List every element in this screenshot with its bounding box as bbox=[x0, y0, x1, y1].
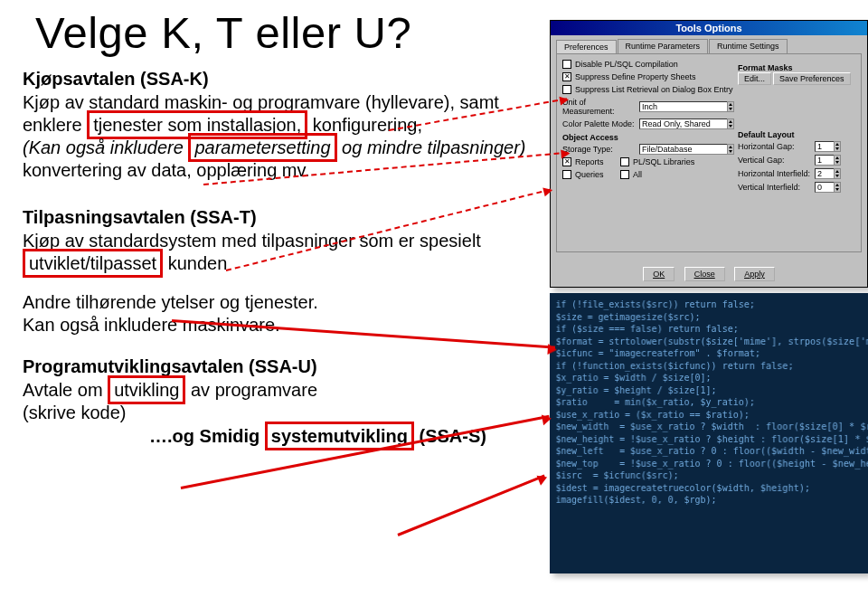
unit-label: Unit of Measurement: bbox=[562, 98, 639, 116]
text: (Kan også inkludere bbox=[23, 137, 188, 157]
code-line: $ratio = min($x_ratio, $y_ratio); bbox=[556, 396, 867, 409]
code-line: $y_ratio = $height / $size[1]; bbox=[556, 384, 867, 396]
code-line: $idest = imagecreatetruecolor($width, $h… bbox=[556, 481, 867, 494]
code-line: if ($size === false) return false; bbox=[556, 323, 867, 336]
edit-button[interactable]: Edit... bbox=[738, 72, 771, 85]
text: og mindre tilpasninger) bbox=[337, 137, 526, 157]
vgap-label: Vertical Gap: bbox=[738, 156, 815, 165]
code-line: imagefill($idest, 0, 0, $rgb); bbox=[556, 494, 867, 507]
hgap-field[interactable]: 1 bbox=[815, 141, 835, 152]
dialog-title-text: Tools Options bbox=[556, 23, 862, 33]
tools-options-dialog: Tools Options Preferences Runtime Parame… bbox=[550, 20, 868, 288]
spinner-icon[interactable] bbox=[727, 118, 734, 129]
ssa-k-block: Kjøpsavtalen (SSA-K) Kjøp av standard ma… bbox=[23, 69, 547, 182]
text: av programvare bbox=[185, 380, 317, 400]
text: Andre tilhørende ytelser og tjenester. bbox=[23, 291, 547, 314]
vif-field[interactable]: 0 bbox=[815, 182, 835, 193]
arrow-solid-3 bbox=[397, 475, 544, 536]
text: konfigurering, bbox=[307, 115, 422, 135]
code-panel: if (!file_exists($src)) return false; $s… bbox=[550, 293, 868, 573]
unit-field[interactable]: Inch bbox=[639, 101, 728, 112]
default-layout-title: Default Layout bbox=[738, 130, 855, 139]
storage-field[interactable]: File/Database bbox=[639, 144, 728, 155]
ssa-k-body: Kjøp av standard maskin- og programvare … bbox=[23, 91, 547, 182]
tab-preferences[interactable]: Preferences bbox=[556, 40, 617, 54]
code-line: if (!file_exists($src)) return false; bbox=[556, 298, 867, 311]
code-line: $x_ratio = $width / $size[0]; bbox=[556, 372, 867, 384]
hif-field[interactable]: 2 bbox=[815, 168, 835, 179]
text: konvertering av data, opplæring mv. bbox=[23, 160, 310, 180]
code-line: $new_width = $use_x_ratio ? $width : flo… bbox=[556, 421, 867, 433]
label: Suppress Define Property Sheets bbox=[575, 72, 696, 81]
highlight-utvikling: utvikling bbox=[108, 375, 185, 404]
save-prefs-button[interactable]: Save Preferences bbox=[773, 72, 851, 85]
highlight-parametersetting: parametersetting bbox=[188, 133, 336, 162]
spinner-icon[interactable] bbox=[834, 182, 841, 193]
hif-label: Horizontal Interfield: bbox=[738, 169, 815, 178]
palette-field[interactable]: Read Only, Shared bbox=[639, 118, 728, 129]
tab-runtime-settings[interactable]: Runtime Settings bbox=[709, 39, 788, 53]
code-line: $new_height = !$use_x_ratio ? $height : … bbox=[556, 432, 867, 445]
code-line: $size = getimagesize($src); bbox=[556, 310, 867, 323]
label: All bbox=[633, 170, 642, 179]
dialog-titlebar: Tools Options bbox=[551, 21, 867, 35]
text: Kan også inkludere maskinvare. bbox=[23, 314, 547, 336]
vgap-field[interactable]: 1 bbox=[815, 155, 835, 166]
chk-queries[interactable] bbox=[562, 170, 571, 179]
ssa-u-block: Programutviklingsavtalen (SSA-U) Avtale … bbox=[23, 356, 547, 424]
spinner-icon[interactable] bbox=[834, 141, 841, 152]
code-line: $use_x_ratio = ($x_ratio == $ratio); bbox=[556, 408, 867, 421]
spinner-icon[interactable] bbox=[834, 155, 841, 166]
apply-button[interactable]: Apply bbox=[734, 267, 775, 281]
label: Disable PL/SQL Compilation bbox=[575, 60, 678, 69]
spinner-icon[interactable] bbox=[727, 101, 734, 112]
highlight-utviklet: utviklet/tilpasset bbox=[23, 249, 163, 278]
format-masks-title: Format Masks bbox=[738, 63, 855, 72]
tab-runtime-parameters[interactable]: Runtime Parameters bbox=[618, 39, 709, 53]
spinner-icon[interactable] bbox=[834, 168, 841, 179]
label: Reports bbox=[575, 157, 620, 166]
code-line: $icfunc = "imagecreatefrom" . $format; bbox=[556, 347, 867, 360]
chk-disable-plsql[interactable] bbox=[562, 60, 571, 69]
label: PL/SQL Libraries bbox=[633, 157, 694, 166]
hgap-label: Horizontal Gap: bbox=[738, 142, 815, 151]
ssa-t-block: Tilpasningsavtalen (SSA-T) Kjøp av stand… bbox=[23, 207, 547, 275]
vif-label: Vertical Interfield: bbox=[738, 183, 815, 192]
chk-plsql-lib[interactable] bbox=[620, 157, 629, 166]
ssa-k-heading: Kjøpsavtalen (SSA-K) bbox=[23, 69, 547, 90]
code-line: $format = strtolower(substr($size['mime'… bbox=[556, 335, 867, 347]
code-line: if (!function_exists($icfunc)) return fa… bbox=[556, 359, 867, 372]
ssa-u-heading: Programutviklingsavtalen (SSA-U) bbox=[23, 356, 547, 377]
label: Queries bbox=[575, 170, 620, 179]
ok-button[interactable]: OK bbox=[643, 267, 675, 281]
code-line: $new_left = $use_x_ratio ? 0 : floor(($w… bbox=[556, 445, 867, 458]
palette-label: Color Palette Mode: bbox=[562, 119, 639, 128]
chk-reports[interactable] bbox=[562, 157, 571, 166]
label: Suppress List Retrieval on Dialog Box En… bbox=[575, 85, 733, 94]
dialog-tabs: Preferences Runtime Parameters Runtime S… bbox=[551, 35, 867, 53]
object-access-title: Object Access bbox=[562, 133, 734, 142]
chk-suppress-define[interactable] bbox=[562, 72, 571, 81]
chk-all[interactable] bbox=[620, 170, 629, 179]
code-line: $new_top = !$use_x_ratio ? 0 : floor(($h… bbox=[556, 457, 867, 469]
storage-label: Storage Type: bbox=[562, 145, 639, 154]
close-button[interactable]: Close bbox=[684, 267, 725, 281]
text: kunden bbox=[163, 253, 227, 273]
code-line: $isrc = $icfunc($src); bbox=[556, 469, 867, 482]
spinner-icon[interactable] bbox=[727, 144, 734, 155]
text: Avtale om bbox=[23, 380, 108, 400]
text: ….og Smidig bbox=[149, 426, 265, 446]
chk-suppress-list[interactable] bbox=[562, 85, 571, 94]
